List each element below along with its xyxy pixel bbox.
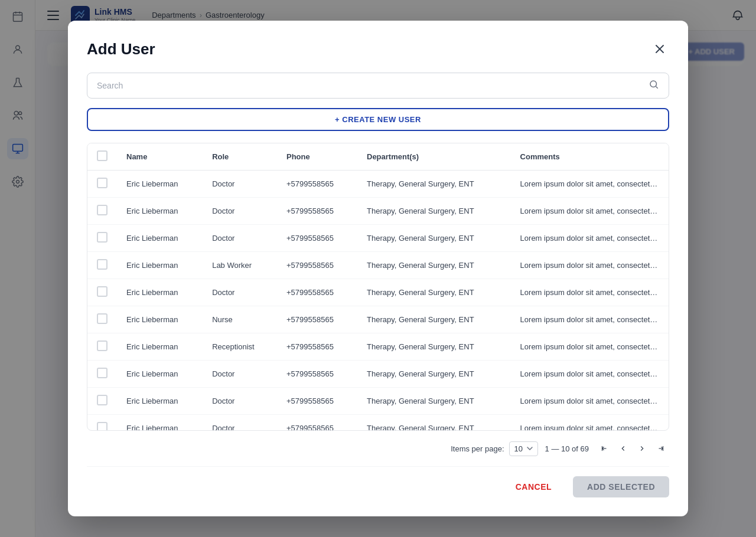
per-page-select[interactable]: 10 25 50 xyxy=(509,441,538,456)
row-checkbox-2[interactable] xyxy=(97,232,107,243)
users-table: Name Role Phone Department(s) Comments E… xyxy=(87,143,669,431)
row-checkbox-9[interactable] xyxy=(97,422,107,431)
row-checkbox-cell[interactable] xyxy=(87,306,117,333)
page-info: 1 — 10 of 69 xyxy=(545,444,589,453)
first-page-button[interactable] xyxy=(596,440,612,457)
row-role: Doctor xyxy=(203,415,277,431)
row-role: Doctor xyxy=(203,198,277,225)
row-name: Eric Lieberman xyxy=(117,388,203,415)
row-phone: +5799558565 xyxy=(277,333,357,361)
items-per-page: Items per page: 10 25 50 xyxy=(451,441,537,456)
search-icon xyxy=(649,79,659,92)
row-departments: Therapy, General Surgery, ENT xyxy=(357,225,511,252)
pagination-bar: Items per page: 10 25 50 1 — 10 of 69 xyxy=(87,431,669,461)
row-checkbox-cell[interactable] xyxy=(87,415,117,431)
row-phone: +5799558565 xyxy=(277,361,357,388)
search-input[interactable] xyxy=(97,81,644,90)
row-phone: +5799558565 xyxy=(277,306,357,333)
row-departments: Therapy, General Surgery, ENT xyxy=(357,333,511,361)
cancel-button[interactable]: CANCEL xyxy=(501,476,566,497)
row-checkbox-0[interactable] xyxy=(97,178,107,188)
row-checkbox-6[interactable] xyxy=(97,340,107,351)
row-comments: Lorem ipsum dolor sit amet, consectetу..… xyxy=(511,171,669,198)
row-checkbox-cell[interactable] xyxy=(87,252,117,279)
row-comments: Lorem ipsum dolor sit amet, consectetу..… xyxy=(511,198,669,225)
row-name: Eric Lieberman xyxy=(117,279,203,306)
add-selected-button[interactable]: ADD SELECTED xyxy=(573,476,669,497)
row-departments: Therapy, General Surgery, ENT xyxy=(357,306,511,333)
row-name: Eric Lieberman xyxy=(117,198,203,225)
table-row: Eric Lieberman Doctor +5799558565 Therap… xyxy=(87,361,669,388)
row-role: Doctor xyxy=(203,171,277,198)
svg-point-17 xyxy=(650,81,657,87)
table-row: Eric Lieberman Doctor +5799558565 Therap… xyxy=(87,198,669,225)
row-name: Eric Lieberman xyxy=(117,361,203,388)
row-checkbox-cell[interactable] xyxy=(87,388,117,415)
row-checkbox-3[interactable] xyxy=(97,259,107,270)
row-departments: Therapy, General Surgery, ENT xyxy=(357,198,511,225)
select-all-header[interactable] xyxy=(87,143,117,171)
row-comments: Lorem ipsum dolor sit amet, consectetу..… xyxy=(511,306,669,333)
row-phone: +5799558565 xyxy=(277,171,357,198)
row-checkbox-cell[interactable] xyxy=(87,171,117,198)
row-checkbox-cell[interactable] xyxy=(87,361,117,388)
row-departments: Therapy, General Surgery, ENT xyxy=(357,252,511,279)
row-role: Doctor xyxy=(203,388,277,415)
row-name: Eric Lieberman xyxy=(117,171,203,198)
select-all-checkbox[interactable] xyxy=(97,150,107,161)
table-row: Eric Lieberman Receptionist +5799558565 … xyxy=(87,333,669,361)
row-phone: +5799558565 xyxy=(277,225,357,252)
col-role: Role xyxy=(203,143,277,171)
row-departments: Therapy, General Surgery, ENT xyxy=(357,171,511,198)
last-page-button[interactable] xyxy=(653,440,669,457)
row-comments: Lorem ipsum dolor sit amet, consectetу..… xyxy=(511,415,669,431)
row-name: Eric Lieberman xyxy=(117,306,203,333)
row-checkbox-8[interactable] xyxy=(97,395,107,405)
row-name: Eric Lieberman xyxy=(117,252,203,279)
table-row: Eric Lieberman Doctor +5799558565 Therap… xyxy=(87,388,669,415)
table-row: Eric Lieberman Doctor +5799558565 Therap… xyxy=(87,171,669,198)
row-checkbox-5[interactable] xyxy=(97,313,107,324)
row-name: Eric Lieberman xyxy=(117,333,203,361)
modal-header: Add User xyxy=(87,40,669,58)
table-row: Eric Lieberman Nurse +5799558565 Therapy… xyxy=(87,306,669,333)
row-checkbox-cell[interactable] xyxy=(87,198,117,225)
row-checkbox-cell[interactable] xyxy=(87,225,117,252)
row-checkbox-4[interactable] xyxy=(97,286,107,297)
row-comments: Lorem ipsum dolor sit amet, consectetу..… xyxy=(511,333,669,361)
row-comments: Lorem ipsum dolor sit amet, consectetу..… xyxy=(511,225,669,252)
row-role: Doctor xyxy=(203,361,277,388)
row-comments: Lorem ipsum dolor sit amet, consectetу..… xyxy=(511,252,669,279)
row-role: Doctor xyxy=(203,279,277,306)
row-departments: Therapy, General Surgery, ENT xyxy=(357,388,511,415)
add-user-modal: Add User + CREATE NEW USER xyxy=(68,21,688,516)
row-phone: +5799558565 xyxy=(277,279,357,306)
row-checkbox-1[interactable] xyxy=(97,205,107,215)
modal-title: Add User xyxy=(87,40,155,58)
row-role: Receptionist xyxy=(203,333,277,361)
col-departments: Department(s) xyxy=(357,143,511,171)
table-row: Eric Lieberman Doctor +5799558565 Therap… xyxy=(87,225,669,252)
prev-page-button[interactable] xyxy=(615,440,631,457)
table-row: Eric Lieberman Lab Worker +5799558565 Th… xyxy=(87,252,669,279)
row-role: Nurse xyxy=(203,306,277,333)
col-comments: Comments xyxy=(511,143,669,171)
row-departments: Therapy, General Surgery, ENT xyxy=(357,415,511,431)
row-departments: Therapy, General Surgery, ENT xyxy=(357,279,511,306)
table-row: Eric Lieberman Doctor +5799558565 Therap… xyxy=(87,415,669,431)
modal-backdrop: Add User + CREATE NEW USER xyxy=(0,0,756,537)
row-checkbox-7[interactable] xyxy=(97,368,107,378)
row-comments: Lorem ipsum dolor sit amet, consectetу..… xyxy=(511,388,669,415)
row-checkbox-cell[interactable] xyxy=(87,279,117,306)
next-page-button[interactable] xyxy=(634,440,650,457)
create-new-user-button[interactable]: + CREATE NEW USER xyxy=(87,108,669,131)
row-phone: +5799558565 xyxy=(277,252,357,279)
modal-close-button[interactable] xyxy=(650,40,669,58)
search-bar[interactable] xyxy=(87,73,669,99)
row-checkbox-cell[interactable] xyxy=(87,333,117,361)
modal-footer: CANCEL ADD SELECTED xyxy=(87,466,669,497)
row-comments: Lorem ipsum dolor sit amet, consectetу..… xyxy=(511,361,669,388)
row-phone: +5799558565 xyxy=(277,388,357,415)
row-comments: Lorem ipsum dolor sit amet, consectetу..… xyxy=(511,279,669,306)
row-phone: +5799558565 xyxy=(277,198,357,225)
